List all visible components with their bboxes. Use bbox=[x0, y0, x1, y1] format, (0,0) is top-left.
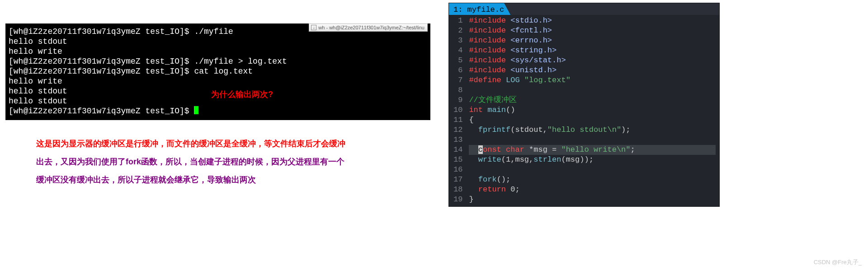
line-number: 10 bbox=[453, 105, 462, 115]
csdn-watermark: CSDN @Fre丸子_ bbox=[814, 258, 862, 266]
code-line: #define LOG "log.text" bbox=[469, 75, 716, 85]
line-number: 2 bbox=[453, 26, 462, 36]
code-line: #include <errno.h> bbox=[469, 36, 716, 46]
prompt: [wh@iZ2ze20711f301w7iq3ymeZ test_IO]$ bbox=[9, 67, 194, 76]
line-number: 5 bbox=[453, 56, 462, 65]
tab-index: 1 bbox=[453, 5, 458, 14]
terminal-cursor bbox=[194, 106, 198, 114]
terminal-output: hello stdout bbox=[9, 96, 428, 106]
code-line: #include <sys/stat.h> bbox=[469, 56, 716, 65]
line-number: 16 bbox=[453, 165, 462, 175]
code-line bbox=[469, 165, 716, 175]
terminal-title: wh - wh@iZ2ze20711f301w7iq3ymeZ:~/test/l… bbox=[318, 25, 425, 30]
terminal-output: hello write bbox=[9, 76, 428, 86]
code-area[interactable]: #include <stdio.h> #include <fcntl.h> #i… bbox=[466, 15, 719, 205]
code-editor: 1: myfile.c 1 2 3 4 5 6 7 8 9 10 11 12 1… bbox=[448, 3, 720, 207]
cmd-run-myfile: ./myfile bbox=[194, 27, 233, 36]
prompt: [wh@iZ2ze20711f301w7iq3ymeZ test_IO]$ bbox=[9, 27, 194, 36]
code-line: #include <fcntl.h> bbox=[469, 26, 716, 36]
code-line: #include <unistd.h> bbox=[469, 65, 716, 75]
code-line: } bbox=[469, 195, 716, 205]
terminal-window: ↓ wh - wh@iZ2ze20711f301w7iq3ymeZ:~/test… bbox=[5, 23, 434, 120]
explanation-line-2: 出去，又因为我们使用了fork函数，所以，当创建子进程的时候，因为父进程里有一个 bbox=[36, 153, 380, 171]
line-number: 15 bbox=[453, 155, 462, 165]
tab-filename: myfile.c bbox=[467, 5, 505, 14]
prompt: [wh@iZ2ze20711f301w7iq3ymeZ test_IO]$ bbox=[9, 107, 194, 116]
line-number: 1 bbox=[453, 16, 462, 26]
terminal-output: hello write bbox=[9, 47, 428, 56]
cmd-cat-log: cat log.text bbox=[194, 67, 253, 76]
line-number: 3 bbox=[453, 36, 462, 46]
terminal-output: hello stdout bbox=[9, 37, 428, 47]
code-line: #include <stdio.h> bbox=[469, 16, 716, 26]
line-number: 7 bbox=[453, 75, 462, 85]
code-line-current: const char *msg = "hello write\n"; bbox=[469, 145, 716, 155]
editor-tab-myfile[interactable]: 1: myfile.c bbox=[449, 3, 510, 15]
explanation-line-3: 缓冲区没有缓冲出去，所以子进程就会继承它，导致输出两次 bbox=[36, 171, 380, 189]
line-number: 8 bbox=[453, 85, 462, 95]
explanation-text: 这是因为显示器的缓冲区是行缓冲，而文件的缓冲区是全缓冲，等文件结束后才会缓冲 出… bbox=[36, 135, 380, 189]
terminal-body[interactable]: [wh@iZ2ze20711f301w7iq3ymeZ test_IO]$ ./… bbox=[5, 23, 430, 120]
line-number: 12 bbox=[453, 125, 462, 135]
line-number-gutter: 1 2 3 4 5 6 7 8 9 10 11 12 13 14 15 16 1… bbox=[449, 15, 466, 205]
line-number: 11 bbox=[453, 115, 462, 125]
line-number: 19 bbox=[453, 195, 462, 205]
explanation-line-1: 这是因为显示器的缓冲区是行缓冲，而文件的缓冲区是全缓冲，等文件结束后才会缓冲 bbox=[36, 135, 380, 153]
code-line: int main() bbox=[469, 105, 716, 115]
line-number: 9 bbox=[453, 95, 462, 105]
line-number: 18 bbox=[453, 185, 462, 195]
code-line: return 0; bbox=[469, 185, 716, 195]
code-line: //文件缓冲区 bbox=[469, 95, 716, 105]
line-number: 13 bbox=[453, 135, 462, 145]
code-line: { bbox=[469, 115, 716, 125]
line-number: 6 bbox=[453, 65, 462, 75]
line-number: 14 bbox=[453, 145, 462, 155]
editor-tabbar: 1: myfile.c bbox=[449, 3, 719, 15]
terminal-output: hello stdout bbox=[9, 86, 428, 96]
code-line: fork(); bbox=[469, 175, 716, 185]
code-line: fprintf(stdout,"hello stdout\n"); bbox=[469, 125, 716, 135]
line-number: 17 bbox=[453, 175, 462, 185]
code-line: #include <string.h> bbox=[469, 46, 716, 56]
code-line: write(1,msg,strlen(msg)); bbox=[469, 155, 716, 165]
code-line bbox=[469, 85, 716, 95]
titlebar-restore-icon: ↓ bbox=[311, 25, 316, 30]
prompt: [wh@iZ2ze20711f301w7iq3ymeZ test_IO]$ bbox=[9, 57, 194, 66]
terminal-titlebar: ↓ wh - wh@iZ2ze20711f301w7iq3ymeZ:~/test… bbox=[309, 23, 428, 32]
line-number: 4 bbox=[453, 46, 462, 56]
cmd-run-redirect: ./myfile > log.text bbox=[194, 57, 287, 66]
code-line bbox=[469, 135, 716, 145]
